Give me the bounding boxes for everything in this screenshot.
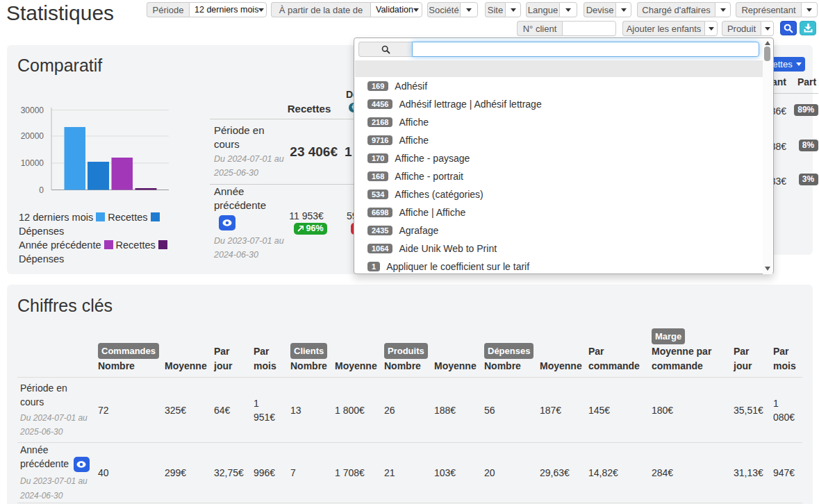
svg-text:0: 0 <box>39 185 44 195</box>
svg-text:10000: 10000 <box>21 158 44 168</box>
svg-text:30000: 30000 <box>21 106 44 115</box>
svg-text:20000: 20000 <box>21 131 44 141</box>
